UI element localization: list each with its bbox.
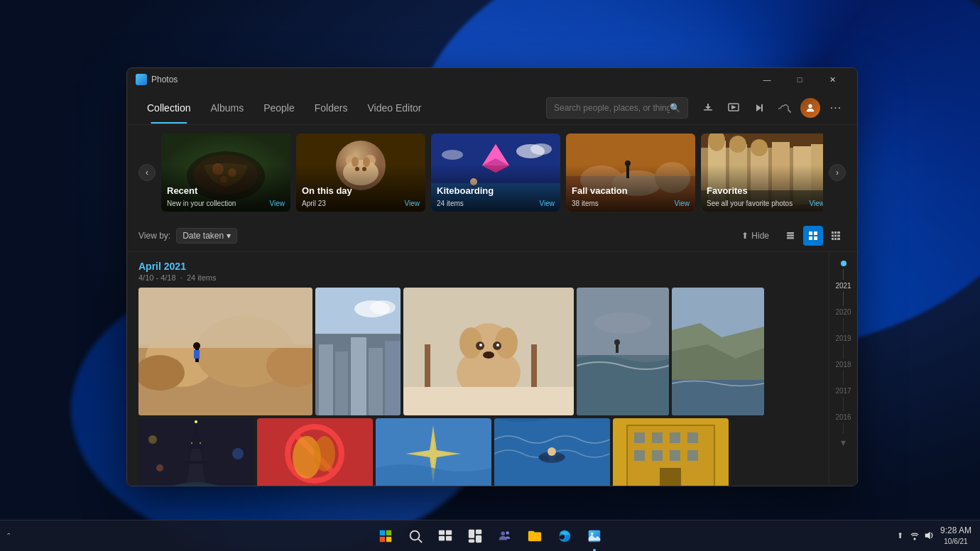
timeline-year-2017[interactable]: 2017: [835, 387, 851, 395]
featured-card-favorites[interactable]: Favorites See all your favorite photos V…: [701, 133, 823, 212]
svg-line-152: [418, 539, 422, 542]
timeline-year-2016[interactable]: 2016: [835, 413, 851, 421]
date-taken-dropdown[interactable]: Date taken ▾: [176, 228, 237, 244]
search-taskbar-button[interactable]: [403, 523, 428, 549]
featured-card-fall-vacation[interactable]: Fall vacation 38 items View: [566, 133, 695, 212]
svg-rect-160: [476, 535, 481, 542]
tab-people[interactable]: People: [255, 98, 303, 118]
svg-rect-57: [814, 231, 817, 235]
photo-item[interactable]: [376, 418, 491, 486]
search-input[interactable]: [554, 103, 670, 113]
svg-rect-143: [652, 450, 663, 461]
edge-button[interactable]: [552, 523, 577, 549]
grid-view-button[interactable]: [803, 226, 823, 246]
scroll-left-button[interactable]: ‹: [138, 164, 156, 181]
nav-bar: Collection Albums People Folders Video E…: [127, 91, 857, 125]
card-title-favorites: Favorites: [707, 185, 748, 196]
svg-point-120: [232, 448, 244, 459]
svg-rect-138: [634, 432, 645, 443]
taskbar: ⌃: [0, 520, 980, 551]
svg-point-132: [548, 447, 556, 456]
wifi-icon[interactable]: [909, 530, 920, 541]
scroll-right-button[interactable]: ›: [829, 164, 846, 181]
user-avatar[interactable]: [800, 98, 820, 118]
photo-item[interactable]: [138, 288, 312, 415]
search-box[interactable]: 🔍: [546, 97, 688, 119]
start-button[interactable]: [373, 523, 398, 549]
photo-item[interactable]: [613, 418, 729, 486]
svg-point-107: [614, 339, 620, 345]
timeline-year-2018[interactable]: 2018: [835, 361, 851, 369]
svg-marker-165: [925, 532, 930, 540]
teams-button[interactable]: [492, 523, 518, 549]
featured-card-on-this-day[interactable]: On this day April 23 View: [296, 133, 425, 212]
task-view-button[interactable]: [432, 523, 458, 549]
timeline-year-2019[interactable]: 2019: [835, 334, 851, 342]
compact-view-button[interactable]: [826, 226, 846, 246]
featured-card-recent[interactable]: Recent New in your collection View: [161, 133, 290, 212]
timeline-scroll-down[interactable]: ▾: [841, 437, 846, 448]
more-options-icon[interactable]: ···: [826, 98, 846, 118]
tab-albums[interactable]: Albums: [202, 98, 252, 118]
photo-item[interactable]: [138, 418, 254, 486]
svg-point-126: [314, 436, 335, 471]
file-explorer-button[interactable]: [522, 523, 548, 549]
tab-video-editor[interactable]: Video Editor: [359, 98, 430, 118]
notification-area: ⌃: [6, 532, 11, 540]
card-view-recent[interactable]: View: [270, 200, 285, 207]
photo-item[interactable]: [315, 288, 401, 415]
list-view-button[interactable]: [780, 226, 800, 246]
featured-scroll-container: Recent New in your collection View: [161, 133, 823, 212]
onedrive-icon[interactable]: [775, 98, 795, 118]
photo-item[interactable]: [577, 288, 669, 415]
battery-icon[interactable]: ⬆: [895, 530, 906, 541]
svg-rect-81: [319, 344, 333, 415]
close-button[interactable]: ✕: [816, 68, 849, 91]
date-group-header: April 2021 4/10 - 4/18 · 24 items: [138, 261, 817, 282]
photo-item[interactable]: [257, 418, 373, 486]
import-icon[interactable]: [698, 98, 718, 118]
timeline-indicator: [841, 261, 846, 266]
svg-rect-147: [380, 530, 385, 535]
volume-icon[interactable]: [923, 530, 935, 541]
svg-point-117: [191, 442, 192, 444]
minimize-button[interactable]: —: [751, 68, 783, 91]
timeline-year-2021[interactable]: 2021: [835, 282, 851, 290]
photos-taskbar-button[interactable]: [582, 523, 607, 549]
svg-marker-4: [731, 105, 736, 109]
card-title-kiteboarding: Kiteboarding: [437, 185, 494, 196]
photo-item[interactable]: [494, 418, 610, 486]
tab-folders[interactable]: Folders: [306, 98, 356, 118]
next-icon[interactable]: [749, 98, 769, 118]
svg-rect-82: [335, 351, 348, 415]
maximize-button[interactable]: □: [783, 68, 816, 91]
card-view-kiteboarding[interactable]: View: [540, 200, 555, 207]
svg-point-161: [501, 531, 506, 535]
slideshow-icon[interactable]: [724, 98, 744, 118]
svg-rect-61: [834, 231, 837, 234]
card-view-fall-vacation[interactable]: View: [675, 200, 690, 207]
svg-point-99: [496, 344, 499, 347]
widgets-button[interactable]: [462, 523, 488, 549]
svg-rect-63: [832, 235, 834, 237]
svg-rect-144: [670, 450, 680, 461]
card-view-on-this-day[interactable]: View: [405, 200, 420, 207]
tab-collection[interactable]: Collection: [138, 98, 199, 118]
svg-rect-53: [787, 232, 794, 234]
svg-rect-55: [787, 237, 794, 239]
photo-item[interactable]: [672, 288, 764, 415]
photo-item[interactable]: [403, 288, 574, 415]
svg-point-119: [148, 435, 157, 444]
svg-point-151: [410, 530, 420, 540]
card-subtitle-favorites: See all your favorite photos: [707, 200, 793, 207]
hide-button[interactable]: ⬆ Hide: [741, 231, 769, 241]
svg-rect-56: [809, 231, 812, 235]
svg-rect-83: [351, 337, 366, 415]
clock-display[interactable]: 9:28 AM 10/6/21: [940, 525, 971, 547]
svg-point-88: [370, 300, 396, 315]
timeline-year-2020[interactable]: 2020: [835, 308, 851, 316]
card-view-favorites[interactable]: View: [810, 200, 824, 207]
featured-card-kiteboarding[interactable]: Kiteboarding 24 items View: [431, 133, 560, 212]
tray-expand-icon[interactable]: ⌃: [6, 532, 11, 540]
svg-point-162: [506, 531, 509, 535]
